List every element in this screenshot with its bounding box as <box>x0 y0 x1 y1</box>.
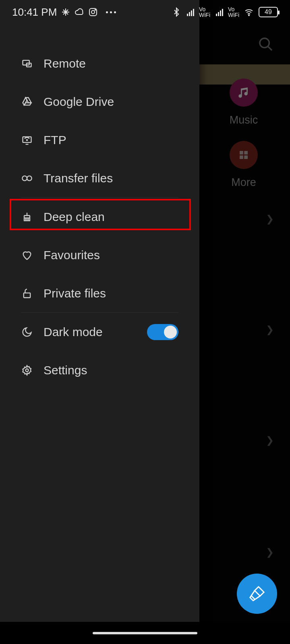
drawer-item-label: Dark mode <box>44 325 137 339</box>
svg-rect-16 <box>244 155 248 159</box>
svg-rect-15 <box>240 155 243 159</box>
battery-indicator: 49 <box>259 7 278 17</box>
svg-rect-10 <box>222 9 223 16</box>
drawer-item-private-files[interactable]: Private files <box>0 274 199 312</box>
drawer-item-label: FTP <box>44 133 178 147</box>
moon-icon <box>21 326 33 338</box>
lock-icon <box>21 287 33 299</box>
drawer-item-label: Settings <box>44 363 178 377</box>
more-icon <box>230 141 258 169</box>
svg-rect-24 <box>24 293 30 297</box>
svg-rect-8 <box>218 12 219 16</box>
drawer-item-settings[interactable]: Settings <box>0 351 199 389</box>
nav-pill <box>93 632 197 634</box>
svg-rect-3 <box>187 14 188 16</box>
svg-point-12 <box>260 38 269 47</box>
svg-rect-14 <box>244 151 248 155</box>
chevron-right-icon[interactable]: ❯ <box>266 324 274 335</box>
svg-point-1 <box>91 10 95 14</box>
broom-icon <box>21 211 33 223</box>
drawer-item-ftp[interactable]: FTP <box>0 121 199 159</box>
cloud-icon <box>75 7 84 17</box>
drawer-item-label: Private files <box>44 287 178 300</box>
transfer-icon <box>21 172 33 184</box>
bluetooth-icon <box>172 7 181 17</box>
drawer-item-label: Favourites <box>44 248 178 262</box>
category-more[interactable]: More <box>215 141 272 189</box>
category-music[interactable]: Music <box>215 78 272 126</box>
svg-rect-6 <box>193 9 194 16</box>
svg-point-22 <box>27 176 32 181</box>
svg-rect-23 <box>24 215 30 218</box>
broom-icon <box>248 584 266 603</box>
drawer-item-label: Transfer files <box>44 171 178 185</box>
chevron-right-icon[interactable]: ❯ <box>266 547 274 558</box>
svg-rect-7 <box>216 14 217 16</box>
vowifi-icon: VoWiFi <box>199 6 210 18</box>
chevron-right-icon[interactable]: ❯ <box>266 213 274 225</box>
drawer-item-label: Deep clean <box>44 210 178 224</box>
svg-point-11 <box>249 15 249 16</box>
more-notifications-icon <box>106 11 116 13</box>
drawer-item-deep-clean[interactable]: Deep clean <box>0 198 199 236</box>
svg-point-20 <box>27 139 27 140</box>
chevron-right-icon[interactable]: ❯ <box>266 435 274 446</box>
svg-rect-4 <box>189 12 190 16</box>
svg-rect-5 <box>191 10 192 16</box>
google-drive-icon <box>21 96 33 108</box>
svg-rect-9 <box>220 10 221 16</box>
drawer-item-dark-mode[interactable]: Dark mode <box>0 313 199 351</box>
dark-mode-toggle[interactable] <box>147 324 178 340</box>
svg-point-21 <box>22 176 27 181</box>
drawer-item-remote[interactable]: Remote <box>0 44 199 83</box>
statusbar-time: 10:41 PM <box>12 6 57 19</box>
search-button[interactable] <box>258 36 274 52</box>
slack-icon <box>61 7 70 17</box>
battery-level: 49 <box>265 8 272 16</box>
heart-icon <box>21 249 33 261</box>
category-more-label: More <box>215 176 272 189</box>
nav-drawer: Remote Google Drive FTP Transfer files <box>0 0 199 622</box>
signal-icon <box>186 7 196 17</box>
wifi-icon <box>244 7 254 17</box>
svg-point-2 <box>95 10 96 10</box>
ftp-icon <box>21 134 33 146</box>
gear-icon <box>21 364 33 376</box>
drawer-item-google-drive[interactable]: Google Drive <box>0 83 199 121</box>
clean-fab[interactable] <box>237 574 277 614</box>
gesture-nav-bar[interactable] <box>0 622 290 644</box>
drawer-item-favourites[interactable]: Favourites <box>0 236 199 274</box>
vowifi-icon-2: VoWiFi <box>228 6 239 18</box>
svg-point-25 <box>26 369 29 372</box>
storage-strip <box>199 64 290 85</box>
signal-icon-2 <box>215 7 225 17</box>
drawer-item-transfer[interactable]: Transfer files <box>0 159 199 197</box>
drawer-item-label: Google Drive <box>44 95 178 109</box>
instagram-icon <box>88 7 98 17</box>
drawer-item-label: Remote <box>44 57 178 70</box>
music-icon <box>230 78 258 107</box>
remote-icon <box>21 58 33 70</box>
status-bar: 10:41 PM VoWiFi VoWiFi 49 <box>0 0 290 24</box>
category-music-label: Music <box>215 114 272 126</box>
svg-rect-13 <box>240 151 243 155</box>
